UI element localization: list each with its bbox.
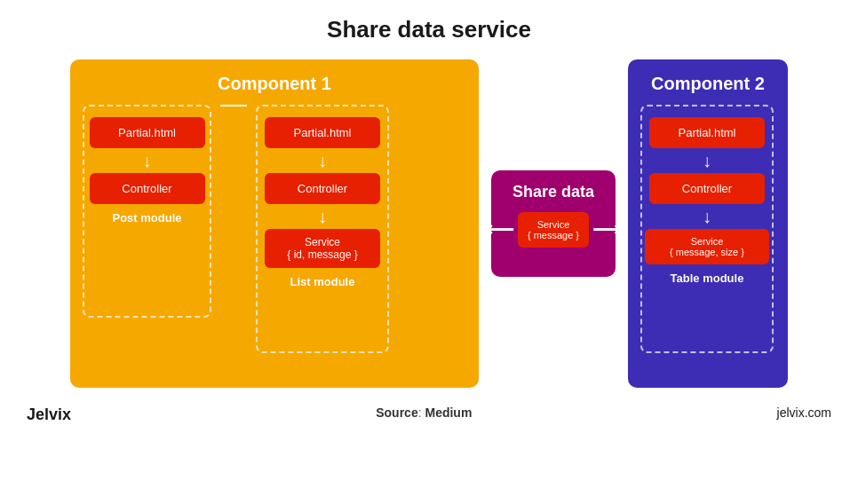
component1-title: Component 1 — [83, 74, 466, 94]
footer-source-label: Source — [376, 406, 417, 420]
arrow-left-icon: ⟵ — [486, 218, 514, 241]
footer-source-value: Medium — [425, 406, 472, 420]
list-partial-block: Partial.html — [265, 117, 380, 148]
list-service-block: Service { id, message } — [265, 229, 380, 268]
list-controller-block: Controller — [265, 173, 380, 204]
share-data-box: Share data ⟵ Service { message } ⟶ — [491, 170, 616, 277]
post-controller-block: Controller — [90, 173, 205, 204]
page-title: Share data service — [327, 16, 531, 43]
table-arrow-down2: ↓ — [703, 208, 711, 225]
list-module-box: Partial.html ↓ Controller ↓ Service { id… — [256, 105, 389, 353]
table-service-block: Service { message, size } — [645, 229, 769, 264]
table-module-label: Table module — [671, 272, 744, 285]
post-partial-block: Partial.html — [90, 117, 205, 148]
post-module-box: Partial.html ↓ Controller Post module — [83, 105, 211, 318]
share-data-title: Share data — [512, 183, 594, 201]
connector-line — [220, 105, 247, 106]
diagram-area: Component 1 Partial.html ↓ Controller Po… — [44, 59, 814, 388]
footer-url: jelvix.com — [777, 406, 831, 424]
footer-source: Source: Medium — [376, 406, 472, 424]
arrow-right-icon: ⟶ — [592, 218, 621, 241]
footer: Jelvix Source: Medium jelvix.com — [0, 395, 858, 424]
list-arrow-down2: ↓ — [318, 208, 327, 225]
component2-box: Component 2 Partial.html ↓ Controller ↓ … — [628, 59, 788, 388]
component2-title: Component 2 — [640, 74, 775, 94]
module-connector — [220, 105, 247, 167]
footer-brand: Jelvix — [27, 406, 71, 424]
table-partial-block: Partial.html — [649, 117, 765, 148]
list-arrow-down1: ↓ — [318, 152, 327, 169]
list-module-label: List module — [290, 275, 355, 288]
share-service-block: Service { message } — [518, 212, 589, 248]
table-controller-block: Controller — [649, 173, 765, 204]
table-arrow-down1: ↓ — [703, 152, 711, 169]
post-module-label: Post module — [112, 211, 181, 224]
component1-box: Component 1 Partial.html ↓ Controller Po… — [70, 59, 479, 388]
post-arrow-down1: ↓ — [143, 152, 152, 169]
table-module-box: Partial.html ↓ Controller ↓ Service { me… — [640, 105, 774, 353]
